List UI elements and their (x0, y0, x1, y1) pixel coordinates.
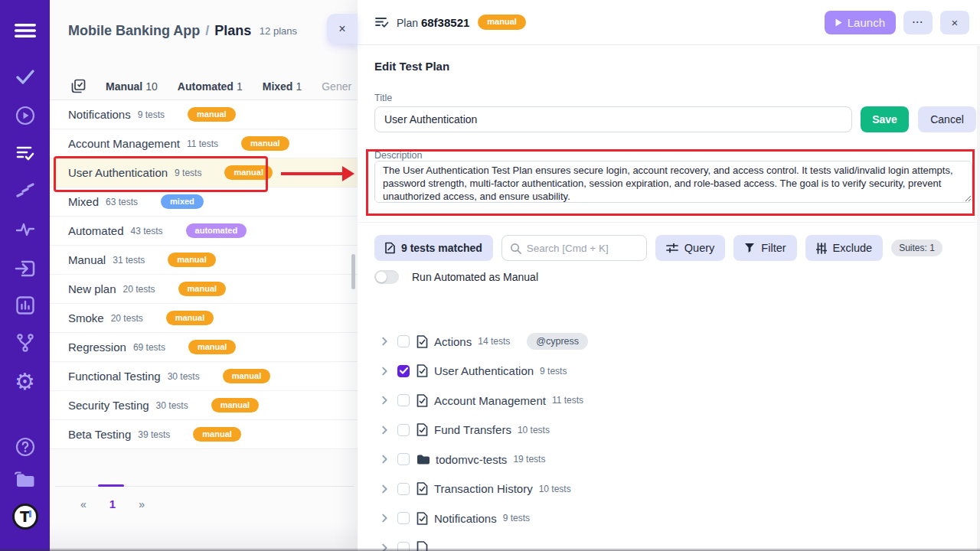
suite-row[interactable]: Account Management 11 tests (358, 386, 980, 416)
plan-row[interactable]: Mixed63 testsmixed (50, 187, 358, 217)
suite-row-partial[interactable] (358, 533, 980, 551)
suite-row[interactable]: Notifications 9 tests (358, 504, 980, 533)
suite-row[interactable]: Fund Transfers 10 tests (358, 416, 980, 445)
tests-matched-button[interactable]: 9 tests matched (374, 235, 493, 261)
pagination-active-indicator (98, 484, 124, 487)
title-label: Title (374, 93, 392, 103)
suite-checkbox[interactable] (397, 335, 410, 347)
description-textarea[interactable]: The User Authentication Test Plan ensure… (374, 161, 972, 203)
suite-checkbox[interactable] (397, 542, 410, 551)
help-icon[interactable] (15, 437, 35, 457)
status-badge: manual (178, 282, 227, 296)
chevron-right-icon[interactable] (379, 336, 390, 347)
file-check-icon (416, 364, 428, 377)
more-button[interactable]: ... (903, 11, 933, 34)
suite-checkbox[interactable] (397, 512, 410, 524)
suite-row[interactable]: Transaction History 10 tests (358, 474, 980, 504)
close-icon: × (338, 22, 345, 36)
tab-automated[interactable]: Automated1 (178, 80, 243, 93)
plans-scrollbar[interactable] (351, 254, 355, 289)
tab-general-truncated[interactable]: Gener (322, 80, 351, 93)
breadcrumb: Mobile Banking App/Plans (68, 23, 251, 39)
plan-row[interactable]: Smoke20 testsmanual (50, 304, 358, 333)
search-icon (510, 243, 521, 254)
chevron-right-icon[interactable] (379, 395, 390, 406)
title-input[interactable] (374, 106, 852, 132)
search-box[interactable] (501, 235, 647, 261)
file-check-icon (416, 541, 428, 551)
drawer-header: Plan 68f38521 manual Launch ... × (358, 0, 980, 45)
query-button[interactable]: Query (655, 235, 726, 261)
plan-row[interactable]: Manual31 testsmanual (50, 246, 358, 275)
plans-panel: Mobile Banking App/Plans 12 plans Manual… (50, 0, 358, 551)
check-icon[interactable] (15, 67, 35, 86)
filter-funnel-icon (744, 243, 755, 253)
playlist-check-icon[interactable] (15, 144, 35, 162)
menu-icon[interactable] (15, 21, 36, 40)
filter-button[interactable]: Filter (733, 235, 796, 261)
plan-row[interactable]: Notifications9 testsmanual (50, 100, 358, 129)
project-title: Mobile Banking App (68, 23, 200, 38)
chevron-right-icon[interactable] (379, 425, 390, 435)
panel-bottom-fade (50, 523, 358, 551)
playlist-check-icon (374, 15, 390, 29)
suite-checkbox-checked[interactable] (397, 365, 410, 377)
pagination-next[interactable]: » (139, 498, 145, 510)
file-check-icon (416, 335, 428, 348)
plan-row-selected[interactable]: User Authentication9 testsmanual (50, 158, 358, 187)
file-check-icon (416, 423, 428, 436)
plan-tabs: Manual10 Automated1 Mixed1 Gener (50, 73, 358, 100)
chevron-right-icon[interactable] (379, 543, 390, 551)
select-all-icon[interactable] (71, 79, 86, 93)
plan-row[interactable]: Security Testing30 testsmanual (50, 391, 358, 420)
tab-manual[interactable]: Manual10 (106, 80, 158, 93)
chevron-right-icon[interactable] (379, 484, 390, 494)
chevron-right-icon[interactable] (379, 454, 390, 465)
testomat-logo[interactable]: T (12, 504, 38, 530)
chevron-right-icon[interactable] (379, 513, 390, 523)
suite-checkbox[interactable] (397, 453, 410, 465)
app-sidebar: ⚙ T (0, 0, 50, 551)
pagination-page-1[interactable]: 1 (109, 497, 116, 510)
drawer-edge-close-button[interactable]: × (327, 14, 358, 44)
play-circle-icon[interactable] (15, 106, 35, 126)
launch-button[interactable]: Launch (825, 11, 896, 34)
folder-icon (416, 454, 430, 465)
run-import-icon[interactable] (15, 259, 36, 279)
status-badge: manual (166, 311, 214, 325)
search-input[interactable] (527, 243, 639, 254)
drawer-close-button[interactable]: × (940, 11, 969, 34)
exclude-button[interactable]: Exclude (805, 235, 884, 261)
status-badge: automated (186, 223, 247, 238)
suite-row-selected[interactable]: User Authentication 9 tests (358, 357, 980, 386)
plan-row[interactable]: Regression69 testsmanual (50, 333, 358, 362)
pagination-prev[interactable]: « (80, 498, 87, 510)
test-controls: 9 tests matched Query Filter Exclude Sui… (374, 235, 942, 261)
plan-row[interactable]: New plan20 testsmanual (50, 275, 358, 304)
plan-row[interactable]: Beta Testing39 testsmanual (50, 420, 358, 449)
cancel-button[interactable]: Cancel (918, 106, 976, 132)
suite-row[interactable]: Actions 14 tests @cypress (358, 327, 980, 357)
bar-chart-icon[interactable] (15, 295, 35, 315)
drawer-scrollbar[interactable] (977, 46, 980, 551)
git-branch-icon[interactable] (15, 333, 35, 353)
close-icon: × (952, 16, 959, 29)
suite-checkbox[interactable] (397, 483, 410, 495)
activity-icon[interactable] (15, 220, 35, 239)
plan-row[interactable]: Account Management11 testsmanual (50, 129, 358, 158)
plan-row[interactable]: Automated43 testsautomated (50, 217, 358, 246)
toggle-knob (376, 272, 387, 282)
suite-checkbox[interactable] (397, 394, 410, 406)
suite-row[interactable]: todomvc-tests 19 tests (358, 445, 980, 474)
run-automated-toggle[interactable] (374, 270, 399, 284)
plan-row[interactable]: Functional Testing30 testsmanual (50, 362, 358, 391)
chevron-right-icon[interactable] (379, 366, 390, 377)
tab-mixed[interactable]: Mixed1 (263, 80, 302, 93)
status-badge: manual (241, 136, 289, 151)
save-button[interactable]: Save (861, 106, 909, 132)
tag-badge: @cypress (527, 333, 588, 350)
suite-checkbox[interactable] (397, 424, 410, 436)
steps-icon[interactable] (15, 181, 35, 200)
settings-gear-icon[interactable]: ⚙ (15, 370, 35, 393)
folder-icon[interactable] (14, 470, 37, 490)
